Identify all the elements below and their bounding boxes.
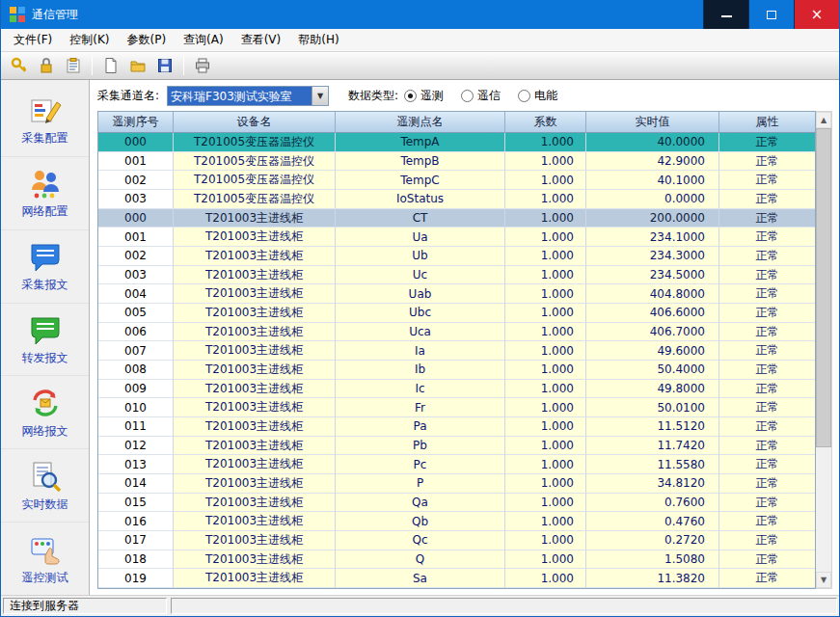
table-row[interactable]: 003T201003主进线柜Uc1.000234.5000正常 (98, 266, 815, 285)
realtime-data-icon (27, 459, 64, 494)
table-row[interactable]: 018T201003主进线柜Q1.0001.5080正常 (98, 550, 815, 570)
scrollbar-track[interactable] (816, 128, 831, 572)
table-cell: 50.4000 (586, 361, 719, 380)
radio-telesignal-label: 遥信 (477, 88, 501, 104)
column-header-status[interactable]: 属性 (719, 112, 815, 133)
column-header-coefficient[interactable]: 系数 (505, 112, 586, 133)
table-row[interactable]: 000T201005变压器温控仪TempA1.00040.0000正常 (98, 133, 815, 152)
table-cell: 49.6000 (586, 341, 719, 361)
sidebar-item-collect-config[interactable]: 采集配置 (1, 84, 89, 157)
table-row[interactable]: 009T201003主进线柜Ic1.00049.8000正常 (98, 380, 815, 399)
table-cell: T201003主进线柜 (174, 474, 336, 494)
vertical-scrollbar[interactable]: ▲ ▼ (816, 111, 832, 589)
table-row[interactable]: 002T201003主进线柜Ub1.000234.3000正常 (98, 247, 815, 266)
table-cell: T201005变压器温控仪 (174, 171, 336, 190)
radio-telemetry[interactable]: 遥测 (404, 88, 444, 104)
table-cell: 1.000 (505, 361, 586, 380)
chevron-down-icon[interactable]: ▼ (312, 87, 328, 105)
column-header-seq[interactable]: 遥测序号 (98, 112, 174, 133)
radio-energy[interactable]: 电能 (518, 88, 557, 104)
table-cell: 234.5000 (586, 266, 719, 285)
menu-params[interactable]: 参数(P) (119, 29, 176, 51)
clipboard-icon[interactable] (61, 54, 86, 77)
table-row[interactable]: 001T201005变压器温控仪TempB1.00042.9000正常 (98, 152, 815, 172)
maximize-icon (767, 11, 776, 19)
close-button[interactable]: × (794, 0, 839, 29)
sidebar-item-forward-messages[interactable]: 转发报文 (1, 304, 89, 377)
table-row[interactable]: 001T201003主进线柜Ua1.000234.1000正常 (98, 228, 815, 247)
sidebar-item-network-messages[interactable]: 网络报文 (1, 376, 89, 449)
table-row[interactable]: 019T201003主进线柜Sa1.00011.3820正常 (98, 569, 815, 588)
table-row[interactable]: 011T201003主进线柜Pa1.00011.5120正常 (98, 417, 815, 437)
table-cell: 1.000 (505, 304, 586, 323)
scroll-up-icon[interactable]: ▲ (816, 112, 831, 128)
table-cell: 11.7420 (586, 437, 719, 456)
table-cell: 1.000 (505, 171, 586, 190)
table-cell: 1.000 (505, 398, 586, 417)
table-cell: 0.7600 (586, 494, 719, 513)
table-row[interactable]: 006T201003主进线柜Uca1.000406.7000正常 (98, 323, 815, 342)
table-cell: 11.5120 (586, 417, 719, 437)
channel-select[interactable]: 安科瑞F303测试实验室 ▼ (167, 86, 329, 106)
print-icon[interactable] (190, 54, 215, 77)
scroll-down-icon[interactable]: ▼ (816, 572, 831, 588)
table-row[interactable]: 013T201003主进线柜Pc1.00011.5580正常 (98, 455, 815, 474)
radio-telesignal[interactable]: 遥信 (461, 88, 501, 104)
menu-control[interactable]: 控制(K) (61, 29, 118, 51)
sidebar-item-label: 网络报文 (22, 423, 68, 440)
new-document-icon[interactable] (98, 54, 123, 77)
table-cell: Ib (336, 361, 505, 380)
table-cell: 正常 (719, 569, 815, 588)
channel-select-value: 安科瑞F303测试实验室 (168, 87, 312, 105)
menu-help[interactable]: 帮助(H) (289, 29, 347, 51)
table-cell: Ub (336, 247, 505, 266)
table-cell: 1.000 (505, 190, 586, 209)
maximize-button[interactable] (748, 0, 794, 29)
table-row[interactable]: 015T201003主进线柜Qa1.0000.7600正常 (98, 494, 815, 513)
table-cell: Qa (336, 494, 505, 513)
table-cell: 1.000 (505, 455, 586, 474)
sidebar-item-network-config[interactable]: 网络配置 (1, 157, 89, 230)
table-row[interactable]: 004T201003主进线柜Uab1.000404.8000正常 (98, 284, 815, 304)
sidebar-item-collect-messages[interactable]: 采集报文 (1, 230, 89, 304)
data-table: 遥测序号 设备名 遥测点名 系数 实时值 属性 000T201005变压器温控仪… (97, 111, 816, 589)
collect-config-icon (27, 93, 64, 127)
scrollbar-thumb[interactable] (816, 128, 831, 447)
table-cell: Sa (336, 569, 505, 588)
table-cell: 正常 (719, 171, 815, 190)
table-row[interactable]: 008T201003主进线柜Ib1.00050.4000正常 (98, 361, 815, 380)
table-cell: Ic (336, 380, 505, 399)
table-row[interactable]: 012T201003主进线柜Pb1.00011.7420正常 (98, 437, 815, 456)
save-icon[interactable] (152, 54, 177, 77)
table-row[interactable]: 016T201003主进线柜Qb1.0000.4760正常 (98, 512, 815, 531)
column-header-device[interactable]: 设备名 (174, 112, 336, 133)
table-cell: 正常 (719, 417, 815, 437)
table-row[interactable]: 000T201003主进线柜CT1.000200.0000正常 (98, 209, 815, 228)
column-header-point[interactable]: 遥测点名 (336, 112, 505, 133)
menu-file[interactable]: 文件(F) (5, 29, 61, 51)
menu-view[interactable]: 查看(V) (232, 29, 290, 51)
table-row[interactable]: 003T201005变压器温控仪IoStatus1.0000.0000正常 (98, 190, 815, 209)
open-folder-icon[interactable] (125, 54, 150, 77)
column-header-realtime-value[interactable]: 实时值 (586, 112, 719, 133)
table-row[interactable]: 014T201003主进线柜P1.00034.8120正常 (98, 474, 815, 494)
table-cell: 003 (98, 266, 174, 285)
table-cell: 正常 (719, 531, 815, 550)
table-cell: T201003主进线柜 (174, 494, 336, 513)
table-cell: CT (336, 209, 505, 228)
table-row[interactable]: 017T201003主进线柜Qc1.0000.2720正常 (98, 531, 815, 550)
table-row[interactable]: 007T201003主进线柜Ia1.00049.6000正常 (98, 341, 815, 361)
menu-query[interactable]: 查询(A) (175, 29, 232, 51)
lock-icon[interactable] (34, 54, 59, 77)
minimize-button[interactable] (703, 0, 748, 29)
table-cell: 001 (98, 228, 174, 247)
table-row[interactable]: 002T201005变压器温控仪TempC1.00040.1000正常 (98, 171, 815, 190)
key-icon[interactable] (7, 54, 32, 77)
channel-label: 采集通道名: (97, 88, 159, 104)
sidebar-item-remote-test[interactable]: 遥控测试 (1, 523, 89, 595)
sidebar-item-realtime-data[interactable]: 实时数据 (1, 449, 89, 523)
table-row[interactable]: 005T201003主进线柜Ubc1.000406.6000正常 (98, 304, 815, 323)
toolbar-separator (92, 56, 93, 75)
table-cell: T201003主进线柜 (174, 209, 336, 228)
table-row[interactable]: 010T201003主进线柜Fr1.00050.0100正常 (98, 398, 815, 417)
